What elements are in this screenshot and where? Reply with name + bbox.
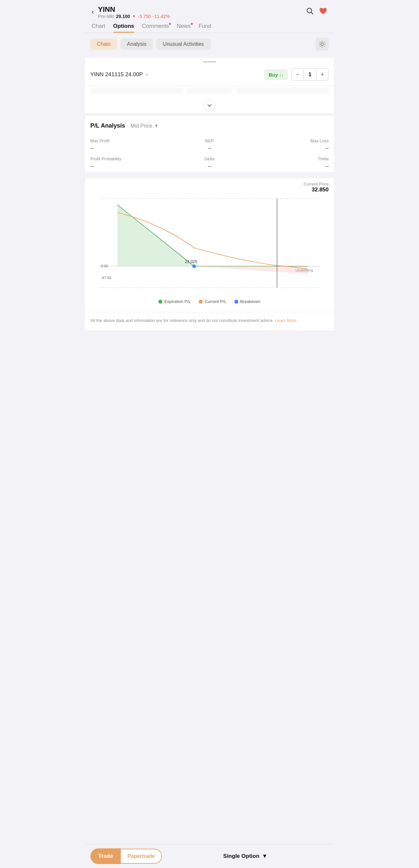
max-profit-label: Max Profit — [90, 138, 170, 143]
tab-news[interactable]: News — [177, 23, 191, 33]
pl-analysis-section: P/L Analysis · Mid Price ▼ Max Profit --… — [85, 116, 334, 172]
trade-controls: Buy ↑↓ − 1 + — [264, 68, 329, 81]
pl-price-type[interactable]: Mid Price — [130, 123, 153, 129]
search-icon[interactable] — [306, 7, 313, 17]
collapse-button[interactable] — [204, 99, 215, 111]
single-option-button[interactable]: Single Option ▼ — [162, 853, 334, 860]
price-change: -3.750 — [138, 14, 151, 19]
svg-line-7 — [320, 42, 320, 42]
pl-stats-grid: Max Profit -- BEP -- Max Loss -- Profit … — [90, 136, 329, 172]
max-profit-stat: Max Profit -- — [90, 136, 170, 154]
sub-tab-unusual[interactable]: Unusual Activities — [156, 39, 210, 50]
theta-label: Theta — [249, 156, 329, 161]
pl-analysis-separator: · — [127, 123, 128, 129]
comments-notification-dot — [169, 23, 171, 25]
svg-point-2 — [321, 43, 323, 45]
pl-analysis-title: P/L Analysis — [90, 122, 125, 129]
sub-tab-analysis[interactable]: Analysis — [120, 39, 153, 50]
buy-button[interactable]: Buy ↑↓ — [264, 69, 288, 80]
legend-breakeven: Breakeven — [234, 299, 261, 304]
svg-text:0.00: 0.00 — [101, 264, 108, 268]
expiration-legend-dot — [158, 300, 162, 304]
light-mode-toggle[interactable] — [316, 38, 329, 51]
current-legend-dot — [199, 300, 203, 304]
learn-more-link[interactable]: Learn More — [275, 318, 297, 323]
current-legend-label: Current P/L — [205, 299, 226, 304]
breakeven-legend-label: Breakeven — [240, 299, 261, 304]
bep-label: BEP — [170, 138, 249, 143]
tab-comments[interactable]: Comments — [142, 23, 169, 33]
buy-direction-icon: ↑↓ — [279, 72, 283, 77]
disclaimer-section: All the above data and information are f… — [85, 312, 334, 331]
option-chevron-icon: > — [146, 72, 148, 77]
options-card: YINN 241115 24.00P > Buy ↑↓ − 1 + — [85, 58, 334, 113]
delta-label: Delta — [170, 156, 249, 161]
tab-options[interactable]: Options — [113, 23, 134, 33]
single-option-dropdown-icon: ▼ — [262, 853, 267, 860]
quantity-decrease-button[interactable]: − — [292, 69, 303, 81]
collapse-row — [85, 97, 334, 113]
expiration-legend-label: Expiration P/L — [164, 299, 191, 304]
tab-chart[interactable]: Chart — [92, 23, 106, 33]
breakeven-legend-dot — [234, 300, 238, 304]
header-right — [306, 7, 327, 17]
option-identifier[interactable]: YINN 241115 24.00P > — [90, 71, 148, 78]
profit-probability-value: -- — [90, 163, 170, 169]
pre-mkt-label: Pre-Mkt — [98, 14, 114, 19]
pre-mkt-price: 29.100 — [116, 14, 130, 19]
header-left: ‹ YINN Pre-Mkt 29.100 ▼ -3.750 -11.42% — [92, 5, 170, 19]
current-price-container: Current Price 32.850 — [85, 178, 334, 193]
chart-svg-container[interactable]: 23.025 0.00 -97.50 Underlying — [85, 196, 334, 295]
max-loss-label: Max Loss — [249, 138, 329, 143]
theta-stat: Theta -- — [249, 154, 329, 172]
profit-probability-stat: Profit Probability -- — [90, 154, 170, 172]
ticker-symbol: YINN — [98, 5, 170, 14]
price-change-pct: -11.42% — [153, 14, 170, 19]
theta-value: -- — [249, 163, 329, 169]
ticker-info: YINN Pre-Mkt 29.100 ▼ -3.750 -11.42% — [98, 5, 170, 19]
bottom-spacer — [85, 331, 334, 356]
bep-stat: BEP -- — [170, 136, 249, 154]
trade-button-group: Trade Papertrade — [90, 848, 162, 864]
header: ‹ YINN Pre-Mkt 29.100 ▼ -3.750 -11.42% — [85, 0, 334, 19]
delta-value: -- — [170, 163, 249, 169]
papertrade-button[interactable]: Papertrade — [121, 849, 162, 864]
sub-tab-bar: Chain Analysis Unusual Activities — [85, 33, 334, 55]
news-notification-dot — [191, 23, 193, 25]
svg-text:23.025: 23.025 — [185, 259, 197, 264]
blurred-content-row — [85, 86, 334, 97]
sub-tab-chain[interactable]: Chain — [90, 39, 117, 50]
svg-line-8 — [324, 46, 324, 46]
favorite-icon[interactable] — [319, 7, 327, 17]
bep-value: -- — [170, 145, 249, 151]
legend-current: Current P/L — [199, 299, 226, 304]
back-button[interactable]: ‹ — [92, 8, 94, 17]
tab-nav: Chart Options Comments News Fund — [85, 19, 334, 33]
option-label-text: YINN 241115 24.00P — [90, 71, 143, 78]
quantity-control: − 1 + — [291, 68, 329, 81]
svg-point-15 — [192, 265, 196, 268]
max-loss-value: -- — [249, 145, 329, 151]
ticker-price-row: Pre-Mkt 29.100 ▼ -3.750 -11.42% — [98, 14, 170, 19]
chart-area: Current Price 32.850 23.025 — [85, 178, 334, 312]
pl-analysis-header: P/L Analysis · Mid Price ▼ — [90, 122, 329, 129]
options-selector-row: YINN 241115 24.00P > Buy ↑↓ − 1 + — [85, 64, 334, 86]
price-down-arrow-icon: ▼ — [132, 14, 136, 19]
chart-legend: Expiration P/L Current P/L Breakeven — [85, 295, 334, 307]
tab-fund[interactable]: Fund — [199, 23, 211, 33]
delta-stat: Delta -- — [170, 154, 249, 172]
pl-chart-svg[interactable]: 23.025 0.00 -97.50 Underlying — [90, 196, 329, 294]
single-option-label: Single Option — [223, 853, 260, 860]
svg-text:Underlying: Underlying — [296, 268, 313, 272]
svg-line-9 — [320, 46, 320, 46]
legend-expiration: Expiration P/L — [158, 299, 191, 304]
current-price-value: 32.850 — [85, 186, 329, 193]
disclaimer-text: All the above data and information are f… — [90, 318, 274, 323]
trade-button[interactable]: Trade — [90, 848, 121, 864]
max-profit-value: -- — [90, 145, 170, 151]
pl-dropdown-icon[interactable]: ▼ — [154, 123, 158, 128]
quantity-increase-button[interactable]: + — [317, 69, 328, 81]
quantity-value: 1 — [303, 69, 317, 80]
profit-probability-label: Profit Probability — [90, 156, 170, 161]
max-loss-stat: Max Loss -- — [249, 136, 329, 154]
